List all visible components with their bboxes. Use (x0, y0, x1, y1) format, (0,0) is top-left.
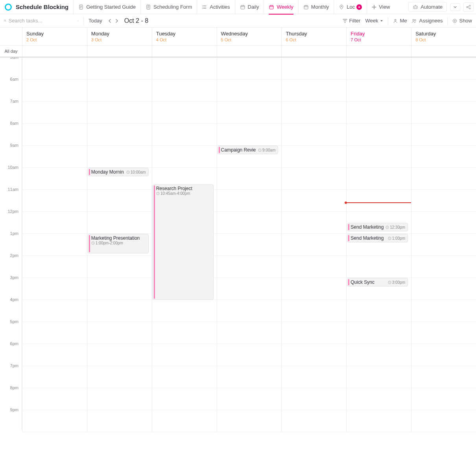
tab-monthly[interactable]: Monthly (299, 0, 334, 14)
hour-cell[interactable] (152, 344, 217, 366)
hour-cell[interactable] (281, 212, 346, 234)
hour-cell[interactable] (22, 322, 87, 344)
hour-cell[interactable] (281, 124, 346, 146)
tab-weekly[interactable]: Weekly (264, 0, 298, 14)
allday-cell[interactable] (22, 46, 87, 57)
allday-cell[interactable] (411, 46, 476, 57)
hour-cell[interactable] (281, 344, 346, 366)
hour-cell[interactable] (152, 410, 217, 432)
hour-cell[interactable] (217, 234, 282, 256)
hour-cell[interactable] (281, 102, 346, 124)
hour-cell[interactable] (281, 57, 346, 80)
hour-cell[interactable] (217, 256, 282, 278)
hour-cell[interactable] (346, 388, 411, 410)
hour-cell[interactable] (281, 146, 346, 168)
hour-cell[interactable] (22, 212, 87, 234)
event[interactable]: Marketing Presentation 1:00pm-2:00pm (88, 234, 149, 253)
day-header-friday[interactable]: Friday7 Oct (346, 28, 411, 45)
hour-cell[interactable] (22, 57, 87, 80)
event[interactable]: Quick Sync3:00pm (347, 278, 408, 287)
hour-cell[interactable] (87, 300, 152, 322)
hour-cell[interactable] (346, 168, 411, 190)
event[interactable]: Send Marketing1:00pm (347, 234, 408, 242)
hour-cell[interactable] (411, 146, 476, 168)
hour-cell[interactable] (411, 344, 476, 366)
hour-cell[interactable] (411, 388, 476, 410)
hour-cell[interactable] (22, 234, 87, 256)
hour-cell[interactable] (346, 256, 411, 278)
prev-week-button[interactable] (107, 18, 113, 24)
hour-cell[interactable] (217, 124, 282, 146)
hour-cell[interactable] (346, 146, 411, 168)
week-selector[interactable]: Week (365, 18, 383, 24)
search-input[interactable] (9, 18, 75, 24)
hour-cell[interactable] (87, 322, 152, 344)
hour-cell[interactable] (87, 366, 152, 388)
hour-cell[interactable] (22, 190, 87, 212)
add-view-button[interactable]: View (367, 0, 395, 14)
calendar-grid[interactable]: 5am6am7am8am9am10am11am12pm1pm2pm3pm4pm5… (0, 57, 476, 455)
hour-cell[interactable] (217, 80, 282, 102)
hour-cell[interactable] (281, 300, 346, 322)
hour-cell[interactable] (411, 80, 476, 102)
hour-cell[interactable] (87, 212, 152, 234)
hour-cell[interactable] (152, 80, 217, 102)
hour-cell[interactable] (217, 322, 282, 344)
hour-cell[interactable] (22, 168, 87, 190)
hour-cell[interactable] (22, 300, 87, 322)
hour-cell[interactable] (411, 278, 476, 300)
hour-cell[interactable] (152, 102, 217, 124)
hour-cell[interactable] (411, 234, 476, 256)
hour-cell[interactable] (411, 57, 476, 80)
hour-cell[interactable] (217, 388, 282, 410)
hour-cell[interactable] (346, 300, 411, 322)
hour-cell[interactable] (87, 80, 152, 102)
day-header-wednesday[interactable]: Wednesday5 Oct (217, 28, 282, 45)
hour-cell[interactable] (411, 168, 476, 190)
hour-cell[interactable] (411, 256, 476, 278)
day-header-saturday[interactable]: Saturday8 Oct (411, 28, 476, 45)
tab-getting-started-guide[interactable]: Getting Started Guide (74, 0, 141, 14)
day-header-monday[interactable]: Monday3 Oct (87, 28, 152, 45)
hour-cell[interactable] (346, 190, 411, 212)
today-button[interactable]: Today (89, 18, 102, 24)
tab-daily[interactable]: Daily (235, 0, 264, 14)
hour-cell[interactable] (87, 124, 152, 146)
hour-cell[interactable] (411, 410, 476, 432)
day-header-sunday[interactable]: Sunday2 Oct (22, 28, 87, 45)
hour-cell[interactable] (22, 278, 87, 300)
hour-cell[interactable] (22, 256, 87, 278)
hour-cell[interactable] (281, 388, 346, 410)
tab-scheduling-form[interactable]: Scheduling Form (141, 0, 197, 14)
hour-cell[interactable] (346, 366, 411, 388)
tab-loc[interactable]: Loc (334, 0, 367, 14)
search-box[interactable] (4, 18, 79, 24)
next-week-button[interactable] (114, 18, 120, 24)
hour-cell[interactable] (217, 410, 282, 432)
hour-cell[interactable] (87, 278, 152, 300)
hour-cell[interactable] (152, 57, 217, 80)
hour-cell[interactable] (87, 256, 152, 278)
hour-cell[interactable] (281, 366, 346, 388)
me-button[interactable]: Me (393, 18, 407, 24)
hour-cell[interactable] (281, 168, 346, 190)
hour-cell[interactable] (217, 278, 282, 300)
hour-cell[interactable] (411, 300, 476, 322)
hour-cell[interactable] (152, 146, 217, 168)
show-button[interactable]: Show (452, 18, 472, 24)
hour-cell[interactable] (87, 388, 152, 410)
assignees-button[interactable]: Assignees (411, 18, 443, 24)
hour-cell[interactable] (152, 366, 217, 388)
hour-cell[interactable] (217, 300, 282, 322)
hour-cell[interactable] (281, 256, 346, 278)
filter-button[interactable]: Filter (343, 18, 361, 24)
event[interactable]: Research Project 10:45am-4:00pm (153, 184, 214, 300)
hour-cell[interactable] (217, 212, 282, 234)
allday-cell[interactable] (281, 46, 346, 57)
hour-cell[interactable] (152, 124, 217, 146)
hour-cell[interactable] (411, 366, 476, 388)
hour-cell[interactable] (87, 410, 152, 432)
hour-cell[interactable] (411, 102, 476, 124)
hour-cell[interactable] (281, 322, 346, 344)
hour-cell[interactable] (411, 124, 476, 146)
